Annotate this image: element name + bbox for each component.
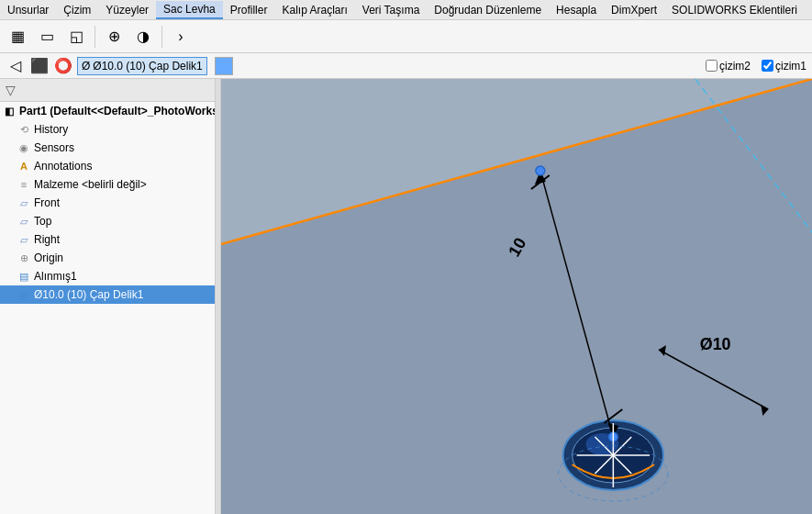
back-icon: ◁: [10, 57, 21, 74]
color-swatch[interactable]: [215, 57, 233, 75]
tree-top-label: Top: [34, 215, 51, 228]
menu-profiller[interactable]: Profiller: [223, 2, 275, 18]
hole-feature-label[interactable]: Ø Ø10.0 (10) Çap Delik1: [77, 57, 207, 75]
cube-button[interactable]: ⬛: [29, 56, 50, 76]
main-content: ▽ ◧ Part1 (Default<<Default>_PhotoWorks …: [0, 79, 812, 514]
menu-solidworks[interactable]: SOLIDWORKS Eklentileri: [664, 2, 805, 18]
filter-icon[interactable]: ▽: [6, 83, 16, 97]
tree-item-top[interactable]: ▱ Top: [0, 212, 215, 230]
cube-icon: ⬛: [30, 57, 49, 74]
origin-icon: ⊕: [17, 251, 31, 265]
sketch2-checkbox-label: çizim2: [706, 60, 751, 73]
tree-sensors-label: Sensors: [34, 141, 74, 154]
tree-history-label: History: [34, 123, 68, 136]
menu-hesapla[interactable]: Hesapla: [549, 2, 604, 18]
tree-item-material[interactable]: ≡ Malzeme <belirli değil>: [0, 175, 215, 194]
sidebar-header: ▽: [0, 79, 215, 102]
unfold-button[interactable]: ◱: [62, 23, 90, 50]
menu-unsurlar[interactable]: Unsurlar: [0, 2, 56, 18]
tree-item-right[interactable]: ▱ Right: [0, 230, 215, 249]
sensors-icon: ◉: [17, 140, 31, 155]
tree-item-origin[interactable]: ⊕ Origin: [0, 249, 215, 267]
history-icon: ⟲: [17, 122, 31, 137]
unfold-icon: ◱: [70, 28, 83, 45]
sketch2-checkbox[interactable]: [706, 60, 717, 72]
tree-origin-label: Origin: [34, 251, 63, 264]
svg-point-17: [536, 166, 545, 175]
crosshair-icon: ⊕: [108, 28, 120, 45]
menu-yuzeyler[interactable]: Yüzeyler: [98, 2, 156, 18]
menu-dogrudan[interactable]: Doğrudan Düzenleme: [427, 2, 549, 18]
color-icon: ◑: [137, 28, 150, 45]
annotations-icon: A: [17, 159, 31, 173]
more-icon: ›: [178, 28, 183, 45]
hole-feature-text: Ø10.0 (10) Çap Delik1: [93, 60, 202, 73]
color-button[interactable]: ◑: [129, 23, 157, 50]
toolbar-separator-1: [95, 26, 95, 48]
crosshair-button[interactable]: ⊕: [100, 23, 128, 50]
tree-root-item[interactable]: ◧ Part1 (Default<<Default>_PhotoWorks: [0, 102, 215, 120]
tree-cut-label: Alınmış1: [34, 270, 77, 283]
more-button[interactable]: ›: [167, 23, 195, 50]
menubar: Unsurlar Çizim Yüzeyler Sac Levha Profil…: [0, 0, 812, 20]
menu-cizim[interactable]: Çizim: [56, 2, 98, 18]
menu-dimxpert[interactable]: DimXpert: [604, 2, 664, 18]
tree-item-annotations[interactable]: A Annotations: [0, 157, 215, 175]
back-button[interactable]: ◁: [6, 56, 26, 76]
hole-icon: ◎: [17, 287, 31, 302]
right-plane-icon: ▱: [17, 232, 31, 247]
tree-item-history[interactable]: ⟲ History: [0, 120, 215, 139]
viewport[interactable]: 10 Ø10: [221, 79, 812, 514]
sketch1-label: çizim1: [775, 60, 806, 73]
circle-button[interactable]: ⭕: [53, 56, 73, 76]
hole-diameter-icon: Ø: [82, 60, 90, 73]
feature-toolbar: ◁ ⬛ ⭕ Ø Ø10.0 (10) Çap Delik1 çizim2 çiz…: [0, 53, 812, 79]
toolbar: ▦ ▭ ◱ ⊕ ◑ ›: [0, 20, 812, 53]
sketch1-checkbox[interactable]: [762, 60, 773, 72]
flatten-button[interactable]: ▭: [33, 23, 61, 50]
cad-canvas: 10 Ø10: [221, 79, 812, 514]
sheet-metal-icon: ▦: [11, 28, 25, 45]
menu-sac-levha[interactable]: Sac Levha: [156, 1, 223, 19]
top-plane-icon: ▱: [17, 214, 31, 229]
tree-root-label: Part1 (Default<<Default>_PhotoWorks: [19, 105, 216, 117]
flatten-icon: ▭: [40, 28, 54, 45]
tree-item-sensors[interactable]: ◉ Sensors: [0, 139, 215, 157]
menu-sol[interactable]: SOL: [805, 2, 812, 18]
toolbar-separator-2: [161, 26, 162, 48]
sketch2-label: çizim2: [719, 60, 751, 73]
menu-veri[interactable]: Veri Taşıma: [355, 2, 427, 18]
tree-item-hole[interactable]: ◎ Ø10.0 (10) Çap Delik1: [0, 285, 215, 304]
front-plane-icon: ▱: [17, 196, 31, 210]
cad-svg: 10 Ø10: [221, 79, 812, 514]
tree-material-label: Malzeme <belirli değil>: [34, 178, 147, 191]
part-icon: ◧: [2, 104, 17, 118]
tree-item-cut[interactable]: ▤ Alınmış1: [0, 267, 215, 285]
material-icon: ≡: [17, 177, 31, 192]
circle-icon: ⭕: [54, 57, 72, 74]
sidebar: ▽ ◧ Part1 (Default<<Default>_PhotoWorks …: [0, 79, 216, 514]
tree-hole-label: Ø10.0 (10) Çap Delik1: [34, 288, 143, 301]
tree-right-label: Right: [34, 233, 60, 246]
menu-kalip[interactable]: Kalıp Araçları: [274, 2, 354, 18]
sketch1-checkbox-label: çizim1: [762, 60, 806, 73]
sheet-metal-button[interactable]: ▦: [4, 23, 31, 50]
tree-annotations-label: Annotations: [34, 160, 92, 173]
tree-front-label: Front: [34, 196, 60, 209]
svg-text:Ø10: Ø10: [700, 335, 731, 353]
cut-icon: ▤: [17, 269, 31, 284]
tree-item-front[interactable]: ▱ Front: [0, 194, 215, 212]
